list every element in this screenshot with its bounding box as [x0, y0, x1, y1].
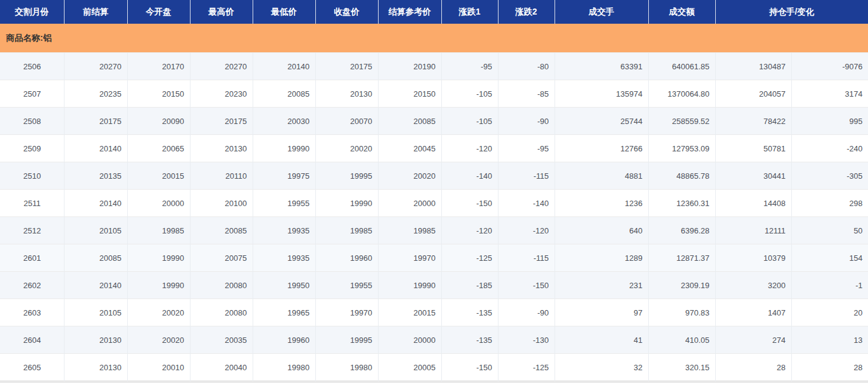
table-cell: 20105: [64, 299, 127, 326]
table-cell: -130: [498, 326, 555, 354]
table-cell: 274: [715, 326, 791, 354]
table-cell: 19985: [127, 217, 190, 244]
table-cell: 20020: [315, 135, 378, 162]
table-row-2511: 2511201402000020100199551999020000-150-1…: [0, 190, 868, 217]
table-cell: 97: [555, 299, 648, 326]
subtotal-cell: 2481143.19: [648, 381, 715, 383]
table-cell: 19995: [315, 162, 378, 190]
table-cell: 20000: [127, 190, 190, 217]
table-cell: 28: [791, 354, 868, 381]
table-cell: 20105: [64, 217, 127, 244]
table-cell: 20005: [378, 354, 441, 381]
table-row-2601: 2601200851999020075199351996019970-125-1…: [0, 244, 868, 272]
table-cell: 19990: [315, 190, 378, 217]
cell-delivery-month: 2602: [0, 272, 64, 299]
commodity-banner-row: 商品名称:铝: [0, 24, 868, 53]
table-cell: 20190: [378, 53, 441, 80]
table-cell: 20000: [378, 190, 441, 217]
subtotal-cell: 246322: [555, 381, 648, 383]
table-cell: 20075: [190, 244, 253, 272]
table-cell: 204057: [715, 80, 791, 108]
table-cell: 13: [791, 326, 868, 354]
table-cell: 6396.28: [648, 217, 715, 244]
subtotal-cell: [498, 381, 555, 383]
table-cell: 20175: [64, 108, 127, 135]
table-cell: -105: [441, 80, 498, 108]
table-cell: 20085: [378, 108, 441, 135]
column-header-change2: 涨跌2: [498, 0, 555, 24]
table-cell: 19995: [315, 326, 378, 354]
column-header-oi-change: 持仓手/变化: [715, 0, 868, 24]
commodity-name-label: 商品名称:铝: [0, 24, 868, 53]
table-cell: 258559.52: [648, 108, 715, 135]
table-cell: 20045: [378, 135, 441, 162]
table-cell: -95: [441, 53, 498, 80]
table-cell: 20170: [127, 53, 190, 80]
table-cell: 19960: [315, 244, 378, 272]
table-cell: 19935: [253, 217, 315, 244]
table-cell: 20040: [190, 354, 253, 381]
subtotal-cell: [253, 381, 315, 383]
table-cell: 135974: [555, 80, 648, 108]
table-cell: -240: [791, 135, 868, 162]
table-cell: 20140: [64, 135, 127, 162]
table-cell: 20: [791, 299, 868, 326]
table-cell: -140: [498, 190, 555, 217]
cell-delivery-month: 2601: [0, 244, 64, 272]
table-cell: -135: [441, 299, 498, 326]
table-cell: 20090: [127, 108, 190, 135]
table-cell: 20085: [64, 244, 127, 272]
table-cell: 20130: [64, 354, 127, 381]
column-header-close: 收盘价: [315, 0, 378, 24]
table-cell: 20130: [190, 135, 253, 162]
table-cell: -150: [498, 272, 555, 299]
table-cell: 20030: [253, 108, 315, 135]
table-cell: 19970: [378, 244, 441, 272]
table-cell: 995: [791, 108, 868, 135]
table-cell: 19965: [253, 299, 315, 326]
table-cell: -120: [441, 135, 498, 162]
table-cell: 19950: [253, 272, 315, 299]
table-row-2508: 2508201752009020175200302007020085-105-9…: [0, 108, 868, 135]
cell-delivery-month: 2506: [0, 53, 64, 80]
table-header-row: 交割月份前结算今开盘最高价最低价收盘价结算参考价涨跌1涨跌2成交手成交额持仓手/…: [0, 0, 868, 24]
table-cell: 20130: [64, 326, 127, 354]
table-cell: 20230: [190, 80, 253, 108]
table-cell: 2309.19: [648, 272, 715, 299]
table-row-2509: 2509201402006520130199902002020045-120-9…: [0, 135, 868, 162]
table-cell: 20140: [253, 53, 315, 80]
subtotal-cell: [441, 381, 498, 383]
table-row-2604: 2604201302002020035199601999520000-135-1…: [0, 326, 868, 354]
table-cell: 32: [555, 354, 648, 381]
cell-delivery-month: 2511: [0, 190, 64, 217]
subtotal-cell: [64, 381, 127, 383]
column-header-prev-settlement: 前结算: [64, 0, 127, 24]
table-cell: 19955: [253, 190, 315, 217]
table-cell: 130487: [715, 53, 791, 80]
table-cell: 20020: [127, 299, 190, 326]
table-cell: -120: [498, 217, 555, 244]
column-header-turnover: 成交额: [648, 0, 715, 24]
table-cell: 20035: [190, 326, 253, 354]
cell-delivery-month: 2507: [0, 80, 64, 108]
table-cell: -185: [441, 272, 498, 299]
table-cell: -120: [441, 217, 498, 244]
table-cell: 28: [715, 354, 791, 381]
table-cell: 25744: [555, 108, 648, 135]
table-cell: 20010: [127, 354, 190, 381]
table-row-2512: 2512201051998520085199351998519985-120-1…: [0, 217, 868, 244]
table-cell: 20020: [127, 326, 190, 354]
table-cell: -125: [498, 354, 555, 381]
table-cell: 3200: [715, 272, 791, 299]
table-cell: -80: [498, 53, 555, 80]
table-cell: 640061.85: [648, 53, 715, 80]
table-cell: 41: [555, 326, 648, 354]
table-cell: 12111: [715, 217, 791, 244]
table-row-2506: 2506202702017020270201402017520190-95-80…: [0, 53, 868, 80]
table-cell: 19935: [253, 244, 315, 272]
cell-delivery-month: 2603: [0, 299, 64, 326]
table-cell: 50781: [715, 135, 791, 162]
table-cell: 19980: [315, 354, 378, 381]
table-cell: 20150: [127, 80, 190, 108]
table-cell: 19990: [253, 135, 315, 162]
